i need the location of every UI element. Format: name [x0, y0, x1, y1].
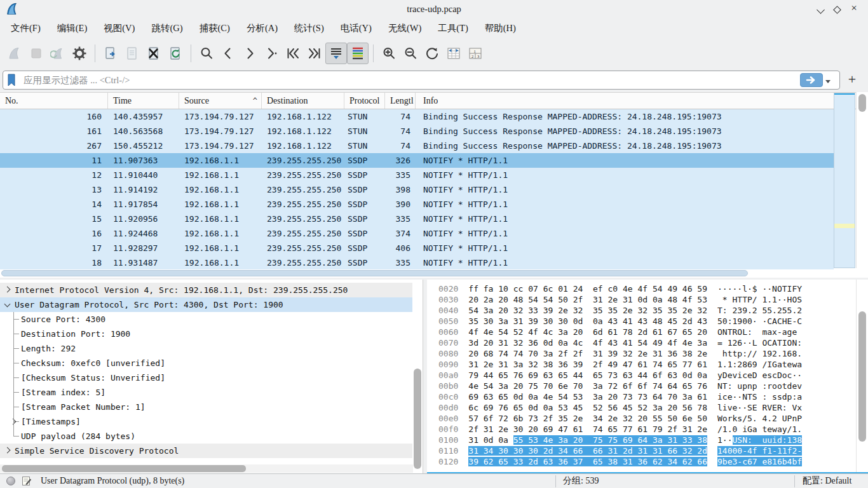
- hex-row[interactable]: 008020 68 74 74 70 3a 2f 2f 31 39 32 2e …: [438, 348, 802, 359]
- hex-row[interactable]: 00604f 4e 54 52 4f 4c 3a 20 6d 61 78 2d …: [438, 327, 802, 337]
- reload-file-button[interactable]: [165, 43, 186, 64]
- filter-dropdown-button[interactable]: [825, 74, 834, 86]
- restart-capture-button[interactable]: [47, 43, 69, 64]
- layout-panes-button[interactable]: 123: [465, 43, 486, 64]
- packet-row[interactable]: 267 150.455212 173.194.79.127 192.168.1.…: [0, 139, 834, 153]
- packet-row[interactable]: 161 140.563568 173.194.79.127 192.168.1.…: [0, 124, 834, 139]
- expert-info-icon[interactable]: [6, 477, 15, 485]
- status-profile[interactable]: 配置: Default: [803, 474, 851, 488]
- find-packet-button[interactable]: [196, 43, 217, 64]
- detail-row[interactable]: [Checksum Status: Unverified]: [0, 370, 412, 385]
- column-header-protocol[interactable]: Protocol: [344, 93, 385, 109]
- scrollbar-thumb[interactable]: [858, 311, 866, 442]
- packet-list-horizontal-scrollbar[interactable]: [0, 269, 868, 278]
- packet-row[interactable]: 13 11.914192 192.168.1.1 239.255.255.250…: [0, 182, 834, 197]
- capture-comment-icon[interactable]: [22, 476, 32, 486]
- expand-toggle-icon[interactable]: [10, 419, 17, 425]
- column-header-length[interactable]: Lengtl: [385, 93, 416, 109]
- column-header-info[interactable]: Info: [416, 93, 868, 109]
- hex-row[interactable]: 00d06c 69 76 65 0d 0a 53 45 52 56 45 52 …: [438, 402, 802, 413]
- packet-row[interactable]: 12 11.910440 192.168.1.1 239.255.255.250…: [0, 168, 834, 182]
- scrollbar-thumb[interactable]: [414, 369, 421, 469]
- hex-row[interactable]: 004054 3a 20 32 33 39 2e 32 35 35 2e 32 …: [438, 305, 802, 316]
- menu-item[interactable]: 文件(F): [3, 20, 49, 36]
- column-header-source[interactable]: Source ^: [179, 93, 262, 109]
- hex-row[interactable]: 011031 34 30 30 30 2d 34 66 66 31 2d 31 …: [438, 445, 802, 456]
- menu-item[interactable]: 跳转(G): [143, 20, 191, 36]
- packet-row[interactable]: 11 11.907363 192.168.1.1 239.255.255.250…: [0, 153, 834, 168]
- colorize-button[interactable]: [347, 43, 369, 64]
- previous-packet-button[interactable]: [217, 43, 239, 64]
- hex-row[interactable]: 00a079 44 65 76 69 63 65 44 65 73 63 44 …: [438, 370, 802, 381]
- minimize-button[interactable]: [816, 4, 826, 14]
- last-packet-button[interactable]: [304, 43, 325, 64]
- filter-bookmark-button[interactable]: [3, 74, 20, 86]
- detail-row[interactable]: [Timestamps]: [0, 414, 412, 429]
- detail-row[interactable]: Checksum: 0xefc0 [unverified]: [0, 356, 412, 370]
- zoom-in-button[interactable]: [378, 43, 400, 64]
- packet-row[interactable]: 18 11.931487 192.168.1.1 239.255.255.250…: [0, 255, 834, 270]
- zoom-reset-button[interactable]: [421, 43, 443, 64]
- apply-filter-button[interactable]: [800, 73, 823, 87]
- hex-row[interactable]: 012039 62 65 33 2d 63 36 37 65 38 31 36 …: [438, 456, 802, 467]
- column-header-destination[interactable]: Destination: [262, 93, 344, 109]
- first-packet-button[interactable]: [282, 43, 304, 64]
- hex-row[interactable]: 003020 2a 20 48 54 54 50 2f 31 2e 31 0d …: [438, 294, 802, 305]
- hex-row[interactable]: 00e057 6f 72 6b 73 2f 35 2e 34 2e 32 20 …: [438, 413, 802, 424]
- hex-row[interactable]: 0020ff fa 10 cc 07 6c 01 24 ef c0 4e 4f …: [438, 283, 802, 294]
- scrollbar-thumb[interactable]: [2, 465, 246, 472]
- packet-row[interactable]: 160 140.435957 173.194.79.127 192.168.1.…: [0, 109, 834, 124]
- menu-item[interactable]: 统计(S): [286, 20, 332, 36]
- column-header-no[interactable]: No.: [0, 93, 108, 109]
- packet-list-minimap[interactable]: [834, 93, 855, 268]
- detail-row[interactable]: Length: 292: [0, 341, 412, 356]
- next-packet-button[interactable]: [239, 43, 261, 64]
- menu-item[interactable]: 捕获(C): [191, 20, 238, 36]
- close-button[interactable]: ×: [849, 4, 859, 14]
- bytes-vertical-scrollbar[interactable]: [856, 280, 868, 472]
- scrollbar-thumb[interactable]: [1, 270, 748, 276]
- packet-list-vertical-scrollbar[interactable]: [856, 92, 868, 268]
- detail-row[interactable]: Destination Port: 1900: [0, 327, 412, 341]
- hex-row[interactable]: 00b04e 54 3a 20 75 70 6e 70 3a 72 6f 6f …: [438, 381, 802, 391]
- expand-toggle-icon[interactable]: [4, 447, 11, 454]
- expand-toggle-icon[interactable]: [4, 301, 11, 308]
- menu-item[interactable]: 电话(Y): [332, 20, 380, 36]
- menu-item[interactable]: 工具(T): [430, 20, 477, 36]
- menu-item[interactable]: 编辑(E): [49, 20, 96, 36]
- details-horizontal-scrollbar[interactable]: [0, 464, 413, 473]
- detail-row[interactable]: Source Port: 4300: [0, 312, 412, 327]
- hex-row[interactable]: 009031 2e 31 3a 32 38 36 39 2f 49 47 61 …: [438, 359, 802, 370]
- hex-row[interactable]: 00f02f 31 2e 30 20 69 47 61 74 65 77 61 …: [438, 424, 802, 435]
- menu-item[interactable]: 帮助(H): [477, 20, 524, 36]
- stop-capture-button[interactable]: [25, 43, 47, 64]
- hex-row[interactable]: 005035 30 3a 31 39 30 30 0d 0a 43 41 43 …: [438, 316, 802, 327]
- packet-row[interactable]: 17 11.928297 192.168.1.1 239.255.255.250…: [0, 241, 834, 255]
- hex-row[interactable]: 00c069 63 65 0d 0a 4e 54 53 3a 20 73 73 …: [438, 391, 802, 402]
- hex-row[interactable]: 00703d 20 31 32 36 0d 0a 4c 4f 43 41 54 …: [438, 337, 802, 348]
- menu-item[interactable]: 分析(A): [238, 20, 286, 36]
- detail-row[interactable]: UDP payload (284 bytes): [0, 429, 412, 444]
- packet-row[interactable]: 14 11.917854 192.168.1.1 239.255.255.250…: [0, 197, 834, 212]
- display-filter-input[interactable]: 应用显示过滤器 ... <Ctrl-/>: [3, 71, 840, 90]
- column-header-time[interactable]: Time: [108, 93, 179, 109]
- scrollbar-thumb[interactable]: [858, 94, 866, 112]
- expand-toggle-icon[interactable]: [4, 287, 11, 293]
- maximize-button[interactable]: [832, 4, 843, 14]
- detail-row[interactable]: Simple Service Discovery Protocol: [0, 444, 412, 458]
- close-file-button[interactable]: [143, 43, 165, 64]
- add-filter-button[interactable]: +: [843, 71, 862, 90]
- capture-options-button[interactable]: [69, 43, 90, 64]
- detail-row[interactable]: Internet Protocol Version 4, Src: 192.16…: [0, 283, 412, 297]
- resize-columns-button[interactable]: [443, 43, 465, 64]
- detail-row[interactable]: User Datagram Protocol, Src Port: 4300, …: [0, 297, 412, 312]
- start-capture-button[interactable]: [4, 43, 25, 64]
- hex-row[interactable]: 010031 0d 0a 55 53 4e 3a 20 75 75 69 64 …: [438, 435, 802, 445]
- detail-row[interactable]: [Stream Packet Number: 1]: [0, 400, 412, 414]
- detail-row[interactable]: [Stream index: 5]: [0, 385, 412, 400]
- open-file-button[interactable]: [100, 43, 121, 64]
- zoom-out-button[interactable]: [400, 43, 421, 64]
- auto-scroll-button[interactable]: [325, 43, 347, 64]
- goto-packet-button[interactable]: [261, 43, 282, 64]
- packet-row[interactable]: 15 11.920956 192.168.1.1 239.255.255.250…: [0, 212, 834, 226]
